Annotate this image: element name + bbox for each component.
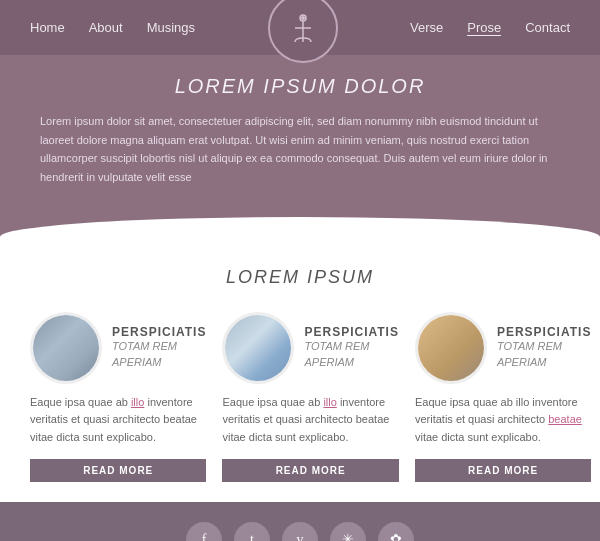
card-3-header: PERSPICIATIS TOTAM REM APERIAM bbox=[415, 312, 591, 384]
facebook-icon[interactable]: f bbox=[186, 522, 222, 541]
card-3-image bbox=[415, 312, 487, 384]
hero-body: Lorem ipsum dolor sit amet, consectetuer… bbox=[40, 112, 560, 187]
flickr-icon[interactable]: ✿ bbox=[378, 522, 414, 541]
card-2-body: Eaque ipsa quae ab illo inventore verita… bbox=[222, 394, 398, 447]
section-title: LOREM IPSUM bbox=[30, 267, 570, 288]
hero-title: LOREM IPSUM DOLOR bbox=[40, 75, 560, 98]
nav-right: Verse Prose Contact bbox=[410, 20, 570, 36]
card-1-photo bbox=[33, 315, 99, 381]
card-3-photo bbox=[418, 315, 484, 381]
card-1-body: Eaque ipsa quae ab illo inventore verita… bbox=[30, 394, 206, 447]
card-2-title: PERSPICIATIS bbox=[304, 325, 398, 339]
card-3-read-more[interactable]: READ MORE bbox=[415, 459, 591, 482]
card-1-read-more[interactable]: READ MORE bbox=[30, 459, 206, 482]
card-1: PERSPICIATIS TOTAM REM APERIAM Eaque ips… bbox=[30, 312, 206, 482]
dribbble-icon[interactable]: ✳ bbox=[330, 522, 366, 541]
card-2: PERSPICIATIS TOTAM REM APERIAM Eaque ips… bbox=[222, 312, 398, 482]
logo-circle bbox=[268, 0, 338, 63]
hero-section: LOREM IPSUM DOLOR Lorem ipsum dolor sit … bbox=[0, 55, 600, 217]
nav-musings[interactable]: Musings bbox=[147, 20, 195, 35]
card-1-subtitle: TOTAM REM APERIAM bbox=[112, 339, 206, 370]
card-3-title: PERSPICIATIS bbox=[497, 325, 591, 339]
card-1-header: PERSPICIATIS TOTAM REM APERIAM bbox=[30, 312, 206, 384]
card-1-image bbox=[30, 312, 102, 384]
anchor-icon bbox=[283, 8, 323, 48]
site-footer: f t v ✳ ✿ © 2014 Harbour bbox=[0, 502, 600, 541]
nav-contact[interactable]: Contact bbox=[525, 20, 570, 35]
footer-icons: f t v ✳ ✿ bbox=[0, 522, 600, 541]
vimeo-icon[interactable]: v bbox=[282, 522, 318, 541]
main-content: LOREM IPSUM PERSPICIATIS TOTAM REM APERI… bbox=[0, 237, 600, 502]
card-2-titles: PERSPICIATIS TOTAM REM APERIAM bbox=[304, 325, 398, 370]
nav-prose[interactable]: Prose bbox=[467, 20, 501, 36]
svg-point-3 bbox=[301, 16, 305, 20]
card-2-header: PERSPICIATIS TOTAM REM APERIAM bbox=[222, 312, 398, 384]
twitter-icon[interactable]: t bbox=[234, 522, 270, 541]
card-3-titles: PERSPICIATIS TOTAM REM APERIAM bbox=[497, 325, 591, 370]
card-1-highlight: illo bbox=[131, 396, 144, 408]
site-header: Home About Musings 2 0 1 4 HARBOUR Verse… bbox=[0, 0, 600, 55]
main-nav: Home About Musings 2 0 1 4 HARBOUR Verse… bbox=[0, 0, 600, 55]
card-3-subtitle: TOTAM REM APERIAM bbox=[497, 339, 591, 370]
card-2-subtitle: TOTAM REM APERIAM bbox=[304, 339, 398, 370]
card-3: PERSPICIATIS TOTAM REM APERIAM Eaque ips… bbox=[415, 312, 591, 482]
nav-home[interactable]: Home bbox=[30, 20, 65, 35]
card-2-read-more[interactable]: READ MORE bbox=[222, 459, 398, 482]
nav-verse[interactable]: Verse bbox=[410, 20, 443, 35]
cards-row: PERSPICIATIS TOTAM REM APERIAM Eaque ips… bbox=[30, 312, 570, 482]
card-3-body: Eaque ipsa quae ab illo inventore verita… bbox=[415, 394, 591, 447]
nav-left: Home About Musings bbox=[30, 20, 195, 35]
card-1-titles: PERSPICIATIS TOTAM REM APERIAM bbox=[112, 325, 206, 370]
card-2-image bbox=[222, 312, 294, 384]
wave-divider bbox=[0, 217, 600, 237]
card-2-photo bbox=[225, 315, 291, 381]
card-3-highlight: beatae bbox=[548, 413, 582, 425]
nav-about[interactable]: About bbox=[89, 20, 123, 35]
card-2-highlight: illo bbox=[323, 396, 336, 408]
card-1-title: PERSPICIATIS bbox=[112, 325, 206, 339]
